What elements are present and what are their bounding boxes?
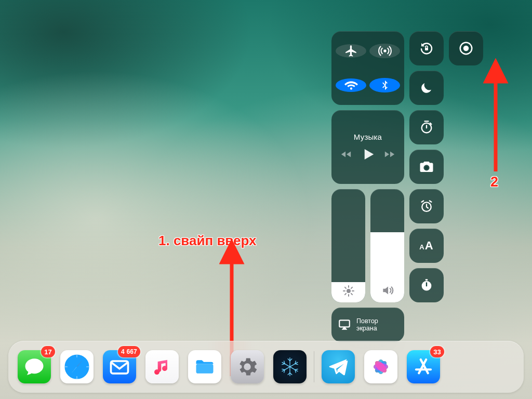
brightness-slider[interactable] [331, 189, 365, 302]
dock-app-safari[interactable] [60, 350, 94, 383]
camera-shortcut[interactable] [409, 150, 444, 184]
airplay-icon [338, 318, 351, 331]
svg-point-0 [383, 49, 386, 52]
dock-separator [314, 351, 314, 382]
files-icon [193, 355, 216, 378]
record-icon [458, 41, 474, 56]
wifi-icon [344, 78, 358, 92]
bluetooth-toggle[interactable] [369, 78, 400, 92]
moon-icon [420, 81, 433, 95]
badge: 4 667 [118, 346, 140, 357]
dock-app-music[interactable] [145, 350, 179, 383]
svg-point-3 [463, 46, 469, 51]
antenna-icon [378, 44, 392, 58]
appstore-icon [413, 356, 434, 378]
speaker-icon [381, 284, 394, 297]
annotation-step2-arrow [485, 68, 506, 171]
snowflake-icon [278, 355, 302, 379]
telegram-icon [327, 356, 349, 378]
svg-rect-20 [196, 364, 214, 374]
timer-icon [419, 120, 434, 135]
dock-app-photos[interactable] [364, 350, 397, 383]
svg-point-6 [347, 289, 351, 293]
dock-group-left: 17 4 667 [18, 350, 307, 383]
dock-app-mail[interactable]: 4 667 [103, 350, 136, 383]
svg-rect-10 [339, 320, 350, 327]
annotation-step2-label: 2 [490, 174, 498, 190]
screen-mirror-tile[interactable]: Повтор экрана [331, 308, 404, 342]
screen-mirror-label: Повтор экрана [356, 317, 378, 332]
camera-icon [419, 159, 434, 175]
alarm-icon [419, 199, 434, 214]
music-icon [152, 356, 172, 377]
gear-icon [235, 355, 259, 379]
rotation-lock-toggle[interactable] [409, 31, 444, 65]
dnd-toggle[interactable] [409, 71, 444, 105]
annotation-step1-label: 1. свайп вверх [158, 233, 256, 249]
airplane-mode-toggle[interactable] [336, 44, 366, 58]
dock-app-settings[interactable] [231, 350, 264, 383]
dock: 17 4 667 [8, 341, 524, 393]
svg-rect-1 [425, 48, 428, 50]
safari-icon [62, 352, 92, 382]
control-center: Музыка AA [331, 31, 485, 342]
airplane-icon [344, 44, 358, 58]
svg-rect-9 [425, 279, 428, 281]
stopwatch-shortcut[interactable] [409, 268, 444, 302]
dock-group-right: 33 [322, 350, 440, 383]
alarm-shortcut[interactable] [409, 189, 444, 223]
rotation-lock-icon [419, 41, 434, 56]
dock-app-custom[interactable] [273, 350, 307, 383]
dock-app-messages[interactable]: 17 [18, 350, 51, 383]
screen-record-toggle[interactable] [449, 31, 483, 65]
cell-data-toggle[interactable] [369, 44, 400, 58]
stopwatch-icon [419, 278, 434, 292]
volume-slider[interactable] [370, 189, 404, 302]
svg-point-5 [425, 166, 429, 170]
dock-app-telegram[interactable] [322, 350, 355, 383]
text-size-shortcut[interactable]: AA [409, 229, 444, 263]
messages-icon [23, 356, 45, 378]
music-tile[interactable]: Музыка [331, 110, 404, 184]
music-title: Музыка [354, 132, 382, 141]
badge: 17 [41, 346, 55, 357]
bluetooth-icon [379, 78, 391, 92]
next-track-icon[interactable] [384, 149, 395, 160]
mail-icon [108, 355, 131, 378]
brightness-icon [342, 285, 355, 297]
play-icon[interactable] [360, 147, 376, 162]
dock-app-files[interactable] [188, 350, 221, 383]
text-size-icon: AA [419, 239, 433, 252]
photos-icon [368, 354, 393, 379]
badge: 33 [430, 346, 444, 357]
prev-track-icon[interactable] [340, 149, 352, 160]
wifi-toggle[interactable] [336, 78, 366, 92]
connectivity-tile[interactable] [331, 31, 404, 105]
dock-app-appstore[interactable]: 33 [407, 350, 440, 383]
timer-shortcut[interactable] [409, 110, 444, 144]
